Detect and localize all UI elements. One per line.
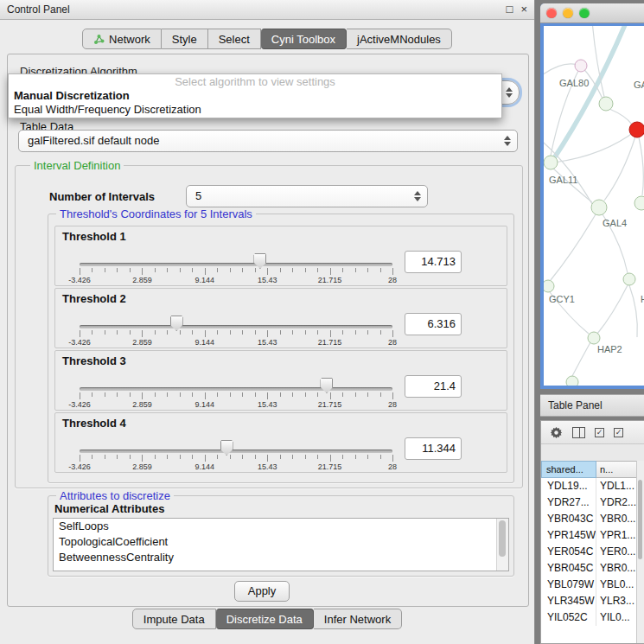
algorithm-option-equal-width-frequency-discretization[interactable]: Equal Width/Frequency Discretization: [9, 103, 501, 117]
attribute-item-betweennesscentrality[interactable]: BetweennessCentrality: [54, 550, 508, 565]
settings-gear-icon[interactable]: [550, 426, 563, 439]
table-row[interactable]: YPR145W YPR1...: [541, 527, 637, 544]
threshold-slider[interactable]: -3.4262.8599.14415.4321.71528: [80, 375, 392, 410]
slider-thumb[interactable]: [170, 316, 183, 331]
table-cell-shared-name[interactable]: YIL052C: [541, 609, 596, 626]
algorithm-option-manual-discretization[interactable]: Manual Discretization: [9, 89, 501, 103]
slider-thumb[interactable]: [320, 378, 333, 393]
table-cell-shared-name[interactable]: YER054C: [541, 544, 596, 560]
table-cell-name[interactable]: YBR0...: [596, 511, 637, 527]
minimize-button[interactable]: [563, 8, 573, 18]
slider-scale-labels: -3.4262.8599.14415.4321.71528: [80, 462, 392, 472]
apply-button[interactable]: Apply: [234, 581, 290, 602]
table-cell-shared-name[interactable]: YLR345W: [541, 593, 596, 609]
tab-cyni-toolbox[interactable]: Cyni Toolbox: [261, 29, 347, 49]
table-cell-shared-name[interactable]: YDL19...: [541, 478, 596, 494]
tab-style[interactable]: Style: [162, 29, 208, 49]
slider-tick-label: -3.426: [68, 276, 91, 284]
table-row[interactable]: YIL052C YIL0...: [541, 609, 637, 626]
table-scrollbar[interactable]: [636, 461, 644, 643]
threshold-value-field[interactable]: 21.4: [405, 375, 462, 398]
table-row[interactable]: YBR043C YBR0...: [541, 511, 637, 527]
table-row[interactable]: YER054C YER0...: [541, 544, 637, 560]
network-node[interactable]: [544, 156, 558, 169]
network-canvas[interactable]: GAL80GAL8GAL11GAL4GCY1HHAP2: [544, 26, 644, 386]
slider-track[interactable]: [80, 263, 392, 266]
network-node[interactable]: [566, 376, 578, 386]
table-cell-name[interactable]: YBR0...: [596, 560, 637, 577]
network-node[interactable]: [544, 280, 554, 292]
number-of-intervals-combobox[interactable]: 5: [186, 185, 428, 207]
select-checkbox-icon[interactable]: ✓: [595, 428, 604, 437]
threshold-value-field[interactable]: 14.713: [405, 251, 462, 273]
table-cell-shared-name[interactable]: YBR045C: [541, 560, 596, 577]
table-cell-shared-name[interactable]: YBR043C: [541, 511, 596, 527]
threshold-value-field[interactable]: 11.344: [405, 437, 462, 460]
numerical-attributes-list[interactable]: SelfLoopsTopologicalCoefficientBetweenne…: [53, 518, 509, 571]
attributes-scrollbar-thumb[interactable]: [499, 520, 506, 557]
table-cell-name[interactable]: YDR2...: [596, 494, 637, 511]
node-label: H: [641, 294, 644, 304]
attribute-item-topologicalcoefficient[interactable]: TopologicalCoefficient: [54, 534, 508, 550]
table-cell-shared-name[interactable]: YPR145W: [541, 527, 596, 544]
table-cell-name[interactable]: YER0...: [596, 544, 637, 560]
table-data-combobox[interactable]: galFiltered.sif default node: [18, 130, 518, 152]
slider-thumb[interactable]: [220, 440, 233, 456]
slider-tick: [130, 268, 131, 272]
table-body: YDL19... YDL1... YDR27... YDR2... YBR043…: [541, 478, 637, 643]
table-cell-name[interactable]: YLR3...: [596, 593, 637, 609]
table-row[interactable]: YDR27... YDR2...: [541, 494, 637, 511]
table-row[interactable]: YBR045C YBR0...: [541, 560, 637, 577]
threshold-value-field[interactable]: 6.316: [405, 313, 462, 335]
table-cell-shared-name[interactable]: YDR27...: [541, 494, 596, 511]
network-node[interactable]: [629, 122, 644, 137]
slider-track[interactable]: [80, 325, 392, 328]
tab-discretize-data[interactable]: Discretize Data: [216, 609, 314, 629]
column-header-shared-name[interactable]: shared...: [541, 461, 596, 478]
tab-impute-data[interactable]: Impute Data: [132, 609, 216, 629]
table-cell-shared-name[interactable]: YBL079W: [541, 577, 596, 593]
network-node[interactable]: [588, 332, 600, 344]
table-cell-name[interactable]: YPR1...: [596, 527, 637, 544]
column-visibility-icon[interactable]: [572, 427, 585, 438]
table-cell-name[interactable]: YDL1...: [596, 478, 637, 494]
network-window-titlebar[interactable]: [540, 3, 644, 23]
slider-track[interactable]: [80, 450, 392, 453]
table-row[interactable]: YBL079W YBL0...: [541, 577, 637, 593]
column-header-name[interactable]: n...: [596, 461, 637, 478]
network-node[interactable]: [599, 97, 613, 111]
network-node[interactable]: [591, 200, 607, 215]
table-scrollbar-thumb[interactable]: [638, 480, 642, 559]
threshold-slider[interactable]: -3.4262.8599.14415.4321.71528: [80, 313, 392, 348]
slider-tick-label: 9.144: [195, 338, 215, 347]
tab-network[interactable]: Network: [82, 29, 162, 49]
slider-thumb[interactable]: [253, 253, 266, 269]
slider-tick: [217, 330, 218, 335]
float-window-button[interactable]: □: [507, 3, 513, 16]
slider-tick-label: 9.144: [195, 462, 215, 471]
zoom-button[interactable]: [579, 8, 590, 18]
algorithm-dropdown-list: Select algorithm to view settings Manual…: [8, 73, 502, 118]
network-node[interactable]: [634, 196, 644, 210]
attribute-item-selfloops[interactable]: SelfLoops: [54, 519, 508, 534]
slider-tick: [217, 268, 218, 272]
table-row[interactable]: YDL19... YDL1...: [541, 478, 637, 494]
network-node[interactable]: [575, 60, 587, 72]
close-button[interactable]: [546, 8, 557, 18]
threshold-slider[interactable]: -3.4262.8599.14415.4321.71528: [80, 251, 392, 285]
threshold-slider[interactable]: -3.4262.8599.14415.4321.71528: [80, 437, 392, 472]
table-row[interactable]: YLR345W YLR3...: [541, 593, 637, 609]
slider-tick: [367, 455, 368, 459]
tab-infer-network[interactable]: Infer Network: [314, 609, 402, 629]
table-cell-name[interactable]: YBL0...: [596, 577, 637, 593]
tab-jactivemnodules[interactable]: jActiveMNodules: [347, 29, 452, 49]
close-window-button[interactable]: ×: [520, 3, 527, 16]
slider-tick-label: -3.426: [68, 400, 91, 409]
attributes-scrollbar[interactable]: [496, 519, 508, 571]
select-checkbox-icon[interactable]: ✓: [614, 428, 623, 437]
network-node[interactable]: [623, 273, 635, 285]
table-cell-name[interactable]: YIL0...: [596, 609, 637, 626]
slider-track[interactable]: [80, 387, 392, 391]
control-panel: Control Panel □ × NetworkStyleSelectCyni…: [0, 0, 535, 644]
tab-select[interactable]: Select: [208, 29, 261, 49]
